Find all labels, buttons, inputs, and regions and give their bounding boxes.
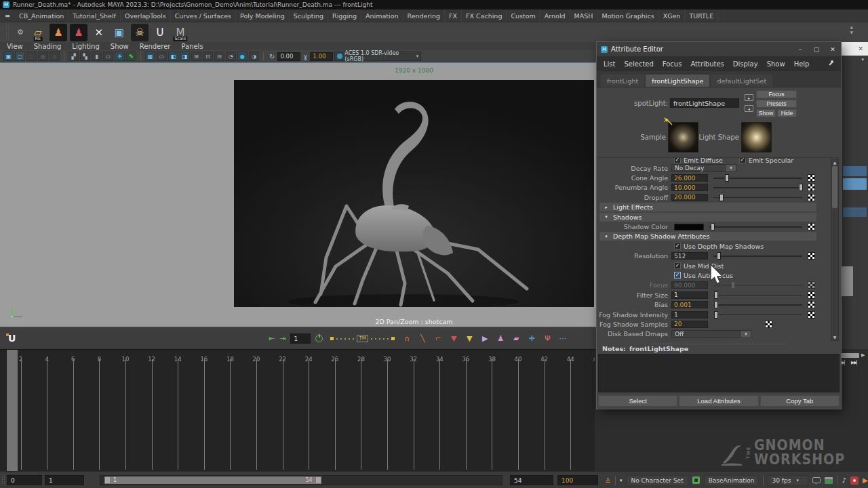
output-connections-icon[interactable]: ◂ [745, 105, 753, 112]
timeline-tick[interactable]: 14 [167, 351, 188, 471]
map-button[interactable] [808, 184, 815, 191]
tab-frontlightshape[interactable]: frontLightShape [646, 75, 709, 87]
panel-menu-item[interactable]: Shading [34, 43, 62, 50]
anim-layer-selector[interactable]: BaseAnimation [704, 475, 760, 486]
view-transform-dropdown[interactable]: ACES 1.0 SDR-video (sRGB) ▾ [334, 52, 421, 61]
scroll-up-icon[interactable]: ▲ [831, 160, 838, 165]
map-button[interactable] [765, 321, 772, 328]
section-light-effects[interactable]: ▸ Light Effects [599, 203, 816, 211]
viewport-panel[interactable]: 1920 x 1080 [0, 62, 597, 327]
ae-scrollbar[interactable]: ▲ ▼ [831, 159, 839, 341]
fog-shadow-intensity-field[interactable]: 1 [671, 311, 708, 319]
h-scroll-arrow-icon[interactable]: ▶ [861, 352, 865, 358]
ae-footer-button[interactable]: Copy Tab [760, 395, 840, 407]
two-d-pan-zoom-icon[interactable]: ✛ [115, 52, 125, 61]
show-button[interactable]: Show [756, 109, 776, 117]
shelf-folder-icon[interactable]: ▱ RE [29, 24, 47, 41]
shelf-scroll-arrows[interactable]: ▲ ▼ [850, 24, 853, 35]
emit-specular-checkbox[interactable]: ✓ [739, 157, 746, 163]
timeline-tick[interactable]: 30 [377, 351, 397, 471]
grid-icon[interactable]: ▦ [145, 52, 155, 61]
minimize-button[interactable]: – [792, 46, 808, 53]
shelf-tab[interactable]: FX Caching [462, 9, 507, 22]
range-handle-right[interactable] [315, 476, 321, 484]
shelf-tab[interactable]: Sculpting [290, 9, 328, 22]
ae-footer-button[interactable]: Load Attributes [679, 395, 758, 407]
ik-handle-icon[interactable]: Ψ [542, 334, 553, 343]
render-frame[interactable] [234, 80, 594, 307]
gate-mask-icon[interactable]: ◨ [180, 52, 190, 61]
list-item[interactable] [843, 207, 867, 217]
shelf-tab[interactable]: XGen [659, 9, 686, 22]
map-button[interactable] [808, 194, 815, 201]
shelf-tab[interactable]: TURTLE [685, 9, 718, 22]
anim-end-field[interactable]: 100 [557, 475, 598, 485]
timeline-tick[interactable]: 26 [325, 351, 345, 471]
shelf-tab[interactable]: OverlapTools [121, 9, 171, 22]
shadow-color-slider[interactable] [708, 223, 804, 230]
section-shadows[interactable]: ▾ Shadows [599, 213, 816, 222]
timeline-tick[interactable]: 38 [481, 351, 502, 471]
timeline-tick[interactable]: 42 [534, 351, 555, 471]
fog-shadow-intensity-slider[interactable] [712, 311, 804, 319]
drag-handle[interactable] [5, 25, 9, 39]
prev-key-icon[interactable]: ⇤ [269, 334, 275, 343]
chevron-down-icon[interactable]: ▾ [620, 478, 623, 483]
close-button[interactable]: ✕ [825, 46, 841, 53]
exposure-field[interactable]: 0.00 [277, 52, 300, 61]
speech-bubble-icon[interactable] [812, 477, 821, 483]
filter-size-slider[interactable] [712, 291, 804, 299]
dropoff-slider[interactable] [712, 194, 804, 201]
map-button[interactable] [808, 223, 815, 230]
list-item[interactable] [843, 166, 867, 176]
h-scrollbar[interactable] [842, 353, 859, 358]
tab-defaultlightset[interactable]: defaultLightSet [711, 75, 772, 87]
timeline-tick[interactable]: 2 [11, 351, 31, 471]
range-slider-track[interactable]: 1 54 [100, 475, 502, 485]
shelf-skull-icon[interactable]: ☠ [131, 24, 149, 41]
panel-menu-item[interactable]: Lighting [72, 43, 99, 50]
emit-diffuse-checkbox[interactable]: ✓ [674, 157, 681, 163]
dropoff-field[interactable]: 20.000 [671, 194, 708, 201]
pin-icon[interactable] [828, 60, 834, 66]
playback-start-field[interactable]: 1 [45, 475, 84, 485]
range-handle-left[interactable] [104, 476, 111, 484]
close-icon[interactable]: ✕ [858, 45, 863, 52]
timeline-tick[interactable]: 44 [560, 351, 580, 471]
ae-menu-item[interactable]: Display [733, 60, 758, 68]
disk-based-dmaps-dropdown[interactable]: Off ▾ [671, 330, 751, 338]
timeline-tick[interactable]: 24 [298, 351, 319, 471]
ae-titlebar[interactable]: M Attribute Editor – ▢ ✕ [597, 42, 841, 56]
node-name-field[interactable]: frontLightShape [670, 98, 739, 108]
scroll-up-icon[interactable]: ▲ [850, 24, 853, 29]
select-camera-icon[interactable]: ▣ [3, 52, 14, 61]
image-plane-icon[interactable]: ▭ [103, 52, 113, 61]
penumbra-angle-field[interactable]: 10.000 [671, 184, 708, 191]
shelf-tab[interactable]: Motion Graphics [597, 9, 658, 22]
fps-dropdown[interactable]: 30 fps ▾ [768, 475, 808, 486]
shelf-u-tool-icon[interactable]: U [151, 24, 169, 41]
shelf-cube-icon[interactable]: ▣ [111, 24, 128, 41]
list-item-selected[interactable] [843, 178, 867, 190]
more-options-icon[interactable]: ⋯ [558, 334, 568, 343]
filter-size-field[interactable]: 1 [671, 291, 708, 299]
camera-bookmark-icon[interactable]: ▮ [92, 52, 102, 61]
stepped-tangent-icon[interactable]: ⌐ [433, 334, 443, 343]
ae-menu-item[interactable]: Show [767, 60, 785, 68]
resolution-slider[interactable] [712, 252, 804, 260]
panel-menu-item[interactable]: Renderer [140, 43, 171, 50]
timeline-tick[interactable]: 40 [508, 351, 528, 471]
symmetry-icon[interactable]: ▫ [50, 52, 60, 61]
ae-menu-item[interactable]: Focus [663, 60, 682, 68]
keyframe-strip[interactable]: TM [330, 335, 394, 342]
use-mid-dist-checkbox[interactable]: ✓ [674, 262, 681, 269]
power-toggle-icon[interactable] [315, 335, 323, 342]
lasso-select-icon[interactable]: ◌ [26, 52, 37, 61]
drag-handle[interactable] [1, 474, 5, 485]
shelf-tab[interactable]: Animation [361, 9, 403, 22]
next-key-icon[interactable]: ⇥ [279, 334, 285, 343]
shelf-tab[interactable]: Rigging [328, 9, 361, 22]
shelf-tab[interactable]: MASH [570, 9, 598, 22]
anim-start-field[interactable]: 0 [7, 475, 42, 485]
panel-menu-item[interactable]: View [7, 43, 23, 50]
